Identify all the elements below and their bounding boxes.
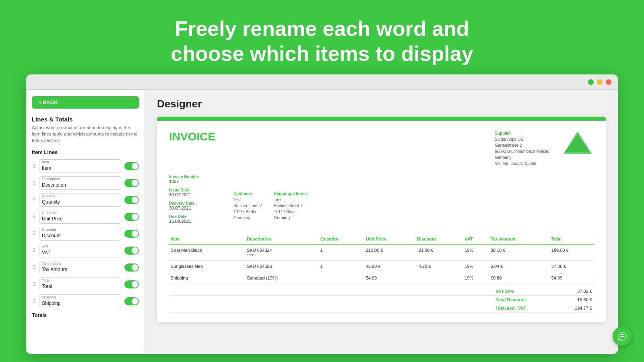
- invoice-table: Item Description Quantity Unit Price Dis…: [169, 234, 594, 284]
- field-wrap-shipping: Shipping: [39, 294, 121, 308]
- toggle-total[interactable]: [124, 280, 139, 288]
- totals-value-excl-vat: 194.77 €: [568, 306, 592, 311]
- field-input-item[interactable]: [39, 160, 121, 173]
- meta-issue-date: Issue Date 30.07.2021: [169, 188, 225, 197]
- row1-vat: 19%: [463, 244, 489, 261]
- row2-discount: -4.20 €: [415, 261, 463, 272]
- invoice-preview: INVOICE Supplier Suited Apps UG Gartenst…: [157, 117, 606, 322]
- field-wrap-unit-price: Unit Price: [39, 210, 121, 224]
- drag-handle-vat[interactable]: ⠿: [32, 247, 36, 254]
- row3-price: 54.99: [364, 272, 415, 284]
- supplier-street: Gartenstraße 2: [495, 142, 549, 148]
- shipping-city: 10117 Berlin: [274, 209, 308, 215]
- totals-title: Totals: [32, 312, 139, 318]
- field-label-quantity: Quantity: [42, 194, 56, 198]
- chat-icon[interactable]: [613, 327, 632, 346]
- field-wrap-item: Item: [39, 159, 121, 173]
- invoice-mid: Invoice Number 1337 Issue Date 30.07.202…: [169, 175, 594, 228]
- supplier-city: 66892 Bruchmühlbach-Miesau: [495, 148, 549, 154]
- designer-area: Designer INVOICE Supplier Suited Apps UG: [145, 90, 618, 354]
- toggle-shipping[interactable]: [124, 297, 139, 305]
- th-item: Item: [169, 234, 245, 244]
- row2-item: Sunglasses Neo: [169, 261, 245, 272]
- chat-svg-icon: [617, 331, 627, 341]
- field-label-vat: VAT: [42, 245, 48, 249]
- field-row-item: ⠿ Item: [32, 159, 139, 173]
- window-control-yellow[interactable]: [597, 79, 603, 85]
- toggle-description[interactable]: [124, 179, 139, 187]
- toggle-discount[interactable]: [124, 230, 139, 238]
- field-row-shipping: ⠿ Shipping: [32, 294, 139, 308]
- row1-discount: -21.00 €: [415, 244, 463, 261]
- designer-title: Designer: [157, 98, 606, 110]
- toggle-vat[interactable]: [124, 247, 139, 255]
- totals-row-excl-vat: Total excl. VAT 194.77 €: [169, 304, 594, 313]
- customer-city: 10117 Berlin: [233, 209, 262, 215]
- invoice-top: INVOICE Supplier Suited Apps UG Gartenst…: [169, 130, 594, 167]
- window-control-green[interactable]: [588, 79, 594, 85]
- field-label-total: Total: [42, 279, 50, 282]
- row1-item: Coat Men Black: [169, 244, 245, 261]
- delivery-date-value: 30.07.2021: [169, 206, 225, 210]
- field-label-discount: Discount: [42, 228, 56, 232]
- drag-handle-tax-amount[interactable]: ⠿: [32, 264, 36, 271]
- table-header-row: Item Description Quantity Unit Price Dis…: [169, 234, 594, 244]
- drag-handle-total[interactable]: ⠿: [32, 281, 36, 288]
- logo-area: [561, 130, 594, 154]
- due-date-value: 15.08.2021: [169, 219, 225, 224]
- window-control-red[interactable]: [606, 79, 611, 85]
- shipping-name: Test: [274, 197, 308, 203]
- field-input-total[interactable]: [39, 278, 121, 291]
- toggle-quantity[interactable]: [124, 196, 139, 204]
- row2-desc: SKU 604326: [245, 261, 319, 272]
- supplier-label: Supplier: [495, 130, 549, 136]
- content-area: < BACK Lines & Totals Adjust what produc…: [26, 90, 618, 354]
- row1-total: 189.00 €: [550, 244, 594, 261]
- hero-section: Freely rename each word and choose which…: [0, 0, 644, 74]
- field-label-shipping: Shipping: [42, 296, 56, 299]
- section-title: Lines & Totals: [32, 116, 139, 123]
- shipping-country: Germany: [274, 215, 308, 221]
- field-row-description: ⠿ Description: [32, 176, 139, 190]
- main-window: < BACK Lines & Totals Adjust what produc…: [26, 74, 618, 354]
- field-label-item: Item: [42, 160, 49, 164]
- drag-handle-quantity[interactable]: ⠿: [32, 197, 36, 203]
- row3-desc: Standard (19%): [245, 272, 319, 284]
- toggle-item[interactable]: [124, 162, 139, 170]
- th-vat: VAT: [463, 234, 489, 244]
- drag-handle-unit-price[interactable]: ⠿: [32, 214, 36, 220]
- drag-handle-discount[interactable]: ⠿: [32, 230, 36, 237]
- supplier-block: Supplier Suited Apps UG Gartenstraße 2 6…: [495, 130, 549, 167]
- invoice-meta-left: Invoice Number 1337 Issue Date 30.07.202…: [169, 175, 225, 228]
- toggle-tax-amount[interactable]: [124, 263, 139, 272]
- field-row-tax-amount: ⠿ Tax Amount: [32, 261, 139, 274]
- th-unit-price: Unit Price: [364, 234, 415, 244]
- drag-handle-description[interactable]: ⠿: [32, 180, 36, 186]
- drag-handle-item[interactable]: ⠿: [32, 163, 36, 169]
- supplier-name: Suited Apps UG: [495, 136, 549, 142]
- row3-tax: €0.80: [489, 272, 550, 284]
- invoice-title-block: INVOICE: [169, 130, 215, 167]
- th-tax-amount: Tax Amount: [489, 234, 550, 244]
- table-row: Coat Men Black SKU 604324Size L 1 210.00…: [169, 244, 594, 261]
- company-logo: [564, 132, 592, 154]
- totals-row-vat: VAT 19% 37.02 €: [169, 287, 594, 296]
- row3-vat: 19%: [463, 272, 489, 284]
- table-row: Shipping Standard (19%) 54.99 19% €0.80 …: [169, 272, 594, 284]
- field-row-unit-price: ⠿ Unit Price: [32, 210, 139, 224]
- back-button[interactable]: < BACK: [32, 96, 139, 109]
- supplier-vat: VAT No: DE331723069: [495, 160, 549, 167]
- shipping-block: Shipping address Test Berliner street 7 …: [274, 191, 308, 228]
- field-wrap-description: Description: [39, 176, 121, 190]
- field-input-vat[interactable]: [39, 244, 121, 257]
- shipping-label: Shipping address: [274, 191, 308, 197]
- field-label-unit-price: Unit Price: [42, 211, 58, 215]
- totals-label-vat: VAT 19%: [495, 289, 544, 294]
- row2-vat: 19%: [463, 261, 489, 272]
- totals-label-excl-vat: Total excl. VAT: [495, 306, 544, 311]
- drag-handle-shipping[interactable]: ⠿: [32, 298, 36, 304]
- toggle-unit-price[interactable]: [124, 213, 139, 221]
- field-label-description: Description: [42, 177, 60, 181]
- delivery-date-label: Delivery Date: [169, 201, 225, 206]
- totals-label-discount: Total Discount: [495, 297, 544, 302]
